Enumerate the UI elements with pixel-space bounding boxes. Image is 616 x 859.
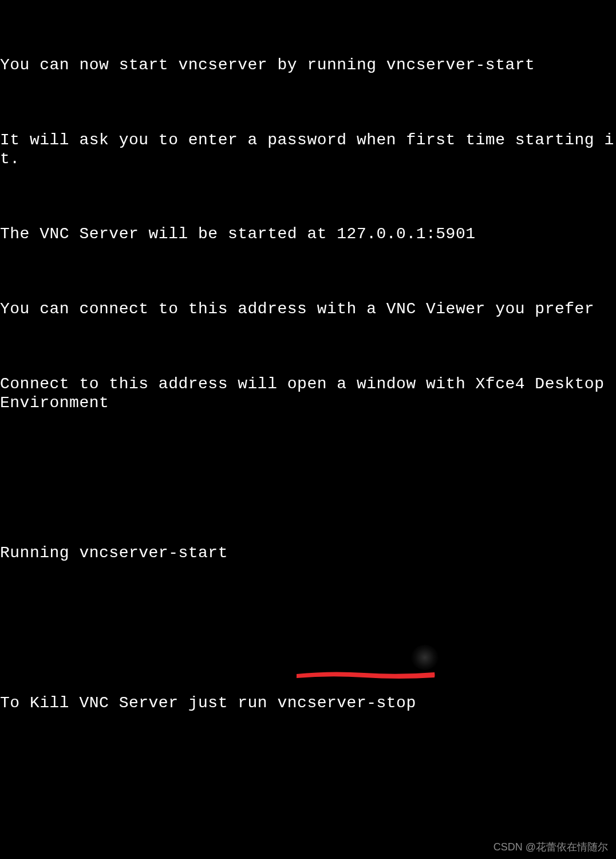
terminal-line: It will ask you to enter a password when… <box>0 131 616 169</box>
terminal-line <box>0 19 616 38</box>
terminal-output: You can now start vncserver by running v… <box>0 0 616 859</box>
terminal-line <box>0 431 616 450</box>
terminal-line <box>0 581 616 600</box>
terminal-line <box>0 506 616 525</box>
terminal-line <box>0 619 616 638</box>
terminal-line <box>0 263 616 282</box>
terminal-line: Running vncserver-start <box>0 544 616 563</box>
terminal-line: To Kill VNC Server just run vncserver-st… <box>0 694 616 713</box>
terminal-line <box>0 469 616 488</box>
watermark-text: CSDN @花蕾依在情随尔 <box>493 841 608 853</box>
terminal-line <box>0 769 616 788</box>
terminal-line: You can now start vncserver by running v… <box>0 56 616 75</box>
terminal-line: The VNC Server will be started at 127.0.… <box>0 225 616 244</box>
terminal-line <box>0 806 616 825</box>
terminal-line: Connect to this address will open a wind… <box>0 375 616 413</box>
terminal-line <box>0 188 616 207</box>
terminal-line <box>0 94 616 113</box>
terminal-line <box>0 338 616 357</box>
terminal-line: You can connect to this address with a V… <box>0 300 616 319</box>
terminal-line <box>0 656 616 675</box>
terminal-line <box>0 731 616 750</box>
